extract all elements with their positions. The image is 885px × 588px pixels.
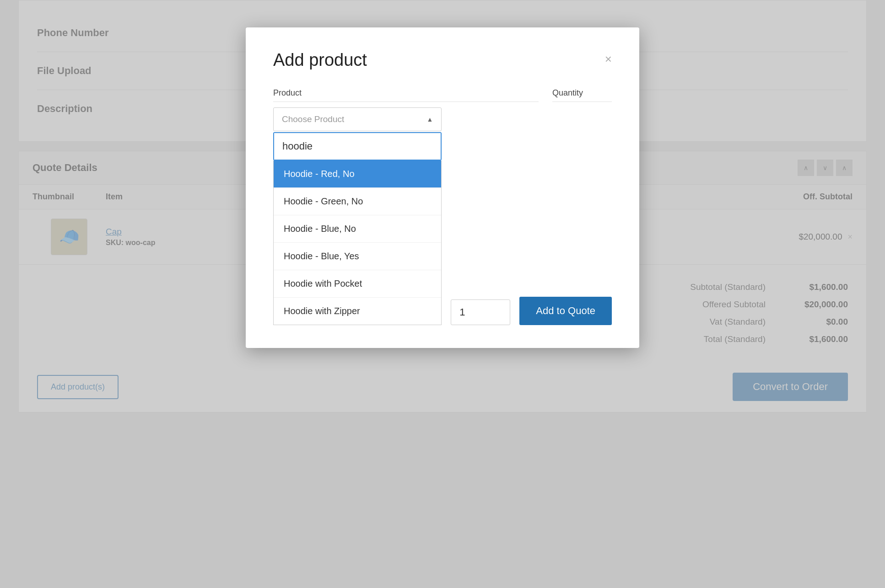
modal-body: Product Quantity Choose Product ▲ (273, 88, 612, 325)
modal-close-button[interactable]: × (605, 53, 612, 65)
product-select-wrapper: Choose Product ▲ Hoodie - Red, No Hoodie… (273, 107, 442, 325)
product-placeholder: Choose Product (282, 114, 344, 124)
dropdown-arrow-icon: ▲ (426, 116, 433, 123)
dropdown-item-hoodie-red[interactable]: Hoodie - Red, No (274, 160, 441, 188)
add-product-modal: Add product × Product Quantity Choose Pr… (246, 27, 639, 348)
dropdown-item-hoodie-green[interactable]: Hoodie - Green, No (274, 188, 441, 215)
product-dropdown-list: Hoodie - Red, No Hoodie - Green, No Hood… (273, 160, 442, 325)
product-col-label: Product (273, 88, 539, 102)
modal-header: Add product × (273, 50, 612, 70)
quantity-col-label: Quantity (552, 88, 612, 102)
dropdown-item-hoodie-zipper[interactable]: Hoodie with Zipper (274, 298, 441, 325)
dropdown-item-hoodie-blue-yes[interactable]: Hoodie - Blue, Yes (274, 243, 441, 270)
add-to-quote-button[interactable]: Add to Quote (519, 297, 612, 325)
dropdown-item-hoodie-pocket[interactable]: Hoodie with Pocket (274, 270, 441, 298)
dropdown-item-hoodie-blue-no[interactable]: Hoodie - Blue, No (274, 215, 441, 243)
product-column: Choose Product ▲ Hoodie - Red, No Hoodie… (273, 107, 442, 325)
quantity-input[interactable] (451, 299, 510, 325)
modal-action-row: Choose Product ▲ Hoodie - Red, No Hoodie… (273, 107, 612, 325)
product-select-display[interactable]: Choose Product ▲ (273, 107, 442, 131)
modal-title: Add product (273, 50, 367, 70)
quantity-column (451, 299, 510, 325)
search-box-wrapper (273, 132, 442, 160)
product-search-input[interactable] (274, 133, 441, 160)
